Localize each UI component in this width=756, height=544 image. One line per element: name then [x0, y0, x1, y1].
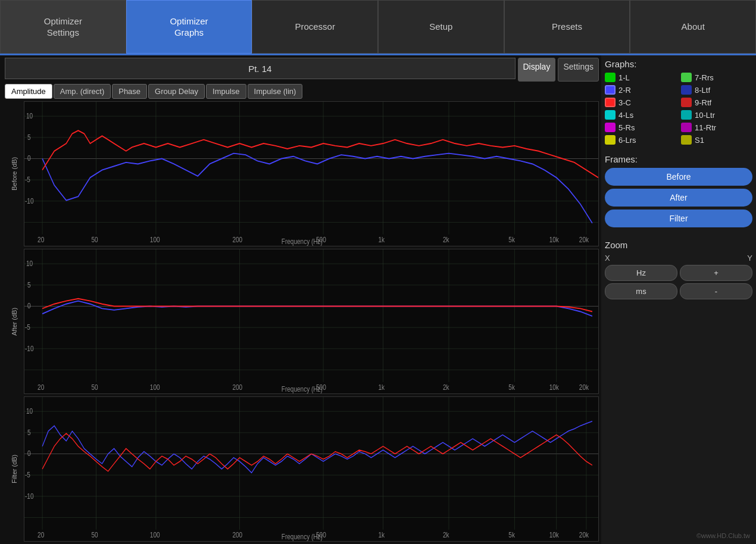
- tab-impulse-lin[interactable]: Impulse (lin): [248, 84, 303, 99]
- svg-text:1k: 1k: [378, 383, 385, 391]
- tab-about[interactable]: About: [630, 0, 756, 54]
- svg-text:10k: 10k: [549, 383, 559, 391]
- svg-text:5: 5: [27, 133, 31, 141]
- svg-text:5k: 5k: [508, 531, 515, 539]
- graph-label-8Ltf: 8-Ltf: [695, 86, 710, 95]
- tab-setup[interactable]: Setup: [378, 0, 504, 54]
- graph-label-2R: 2-R: [618, 86, 631, 95]
- zoom-section: Zoom X Y Hz + ms -: [605, 240, 752, 299]
- zoom-buttons: Hz + ms -: [605, 265, 752, 299]
- svg-text:0: 0: [27, 449, 31, 457]
- svg-text:-5: -5: [25, 471, 30, 479]
- graph-dot-3C: [605, 98, 616, 107]
- graph-dot-2R: [605, 85, 616, 95]
- zoom-ms-button[interactable]: ms: [605, 283, 677, 299]
- svg-text:100: 100: [150, 531, 160, 539]
- graph-item-8Ltf[interactable]: 8-Ltf: [681, 85, 752, 95]
- svg-text:50: 50: [91, 383, 98, 391]
- graph-item-11Rtr[interactable]: 11-Rtr: [681, 123, 752, 132]
- left-panel: Pt. 14 Display Settings Amplitude Amp. (…: [0, 55, 601, 544]
- tab-amp-direct[interactable]: Amp. (direct): [54, 84, 111, 99]
- graph-item-10Ltr[interactable]: 10-Ltr: [681, 110, 752, 120]
- copyright-text: ©www.HD.Club.tw: [696, 532, 750, 539]
- graph-dot-1L: [605, 73, 616, 82]
- zoom-label: Zoom: [605, 240, 752, 250]
- frame-filter-button[interactable]: Filter: [605, 210, 752, 227]
- graph-dot-7Rrs: [681, 73, 692, 82]
- chart-before-area: 10 5 0 -5 -10 20 50 100 200 500 1k 2k 5k: [24, 101, 599, 246]
- svg-text:100: 100: [150, 236, 160, 243]
- right-sidebar: Graphs: 1-L 7-Rrs 2-R 8-Ltf: [601, 55, 756, 544]
- chart-after-area: 10 5 0 -5 -10 20 50 100 200 500 1k 2k 5k…: [24, 249, 599, 394]
- point-header: Pt. 14: [5, 58, 516, 79]
- svg-text:-10: -10: [25, 492, 34, 500]
- frame-after-button[interactable]: After: [605, 189, 752, 207]
- svg-text:0: 0: [27, 302, 31, 309]
- svg-text:-5: -5: [25, 176, 30, 183]
- tab-settings[interactable]: Settings: [558, 58, 599, 82]
- svg-text:200: 200: [232, 236, 242, 243]
- svg-text:5k: 5k: [508, 236, 515, 243]
- graph-item-S1[interactable]: S1: [681, 135, 752, 145]
- graph-item-7Rrs[interactable]: 7-Rrs: [681, 73, 752, 82]
- graph-item-1L[interactable]: 1-L: [605, 73, 676, 82]
- tab-display[interactable]: Display: [518, 58, 556, 82]
- graphs-section-label: Graphs:: [605, 59, 752, 69]
- graph-label-3C: 3-C: [618, 98, 631, 107]
- chart-before: Before (dB): [5, 101, 599, 246]
- tab-optimizer-graphs[interactable]: OptimizerGraphs: [126, 0, 252, 54]
- svg-text:20k: 20k: [579, 236, 589, 243]
- zoom-plus-button[interactable]: +: [680, 265, 752, 281]
- svg-text:5: 5: [27, 281, 31, 289]
- graph-dot-6Lrs: [605, 135, 616, 145]
- graph-dot-4Ls: [605, 110, 616, 120]
- graph-dot-5Rs: [605, 123, 616, 132]
- graph-item-6Lrs[interactable]: 6-Lrs: [605, 135, 676, 145]
- charts-container: Before (dB): [5, 101, 599, 542]
- svg-text:10: 10: [26, 260, 33, 267]
- graph-label-6Lrs: 6-Lrs: [618, 136, 636, 145]
- frame-before-button[interactable]: Before: [605, 168, 752, 186]
- frames-section: Frames: Before After Filter: [605, 154, 752, 230]
- tab-phase[interactable]: Phase: [112, 84, 147, 99]
- svg-text:10: 10: [26, 112, 33, 120]
- tab-presets[interactable]: Presets: [504, 0, 630, 54]
- svg-text:10: 10: [26, 407, 33, 415]
- graph-item-9Rtf[interactable]: 9-Rtf: [681, 98, 752, 107]
- graph-dot-S1: [681, 135, 692, 145]
- graph-label-1L: 1-L: [618, 73, 630, 82]
- svg-text:-10: -10: [25, 345, 34, 352]
- zoom-y-label: Y: [747, 254, 752, 262]
- chart-filter-ylabel: Filter (dB): [5, 396, 24, 542]
- graph-dot-11Rtr: [681, 123, 692, 132]
- svg-text:Frequency (Hz): Frequency (Hz): [282, 385, 323, 393]
- svg-text:5: 5: [27, 429, 31, 436]
- tab-processor[interactable]: Processor: [252, 0, 378, 54]
- svg-text:0: 0: [27, 154, 31, 162]
- tab-group-delay[interactable]: Group Delay: [148, 84, 205, 99]
- graph-label-10Ltr: 10-Ltr: [695, 111, 715, 120]
- svg-text:1k: 1k: [378, 531, 385, 539]
- svg-text:100: 100: [150, 383, 160, 391]
- svg-text:Frequency (Hz): Frequency (Hz): [282, 533, 323, 540]
- svg-text:20: 20: [38, 236, 44, 243]
- frames-section-label: Frames:: [605, 154, 752, 164]
- graph-item-5Rs[interactable]: 5-Rs: [605, 123, 676, 132]
- graph-type-tabs: Amplitude Amp. (direct) Phase Group Dela…: [5, 84, 599, 99]
- graph-item-3C[interactable]: 3-C: [605, 98, 676, 107]
- zoom-minus-button[interactable]: -: [680, 283, 752, 299]
- svg-text:50: 50: [91, 531, 98, 539]
- tab-amplitude[interactable]: Amplitude: [5, 84, 52, 99]
- tab-optimizer-settings[interactable]: OptimizerSettings: [0, 0, 126, 54]
- tab-impulse[interactable]: Impulse: [206, 84, 246, 99]
- graph-item-4Ls[interactable]: 4-Ls: [605, 110, 676, 120]
- svg-text:1k: 1k: [378, 236, 385, 243]
- svg-text:20k: 20k: [579, 531, 589, 539]
- graph-item-2R[interactable]: 2-R: [605, 85, 676, 95]
- chart-after-ylabel: After (dB): [5, 249, 24, 394]
- zoom-hz-button[interactable]: Hz: [605, 265, 677, 281]
- svg-text:2k: 2k: [443, 531, 449, 539]
- graphs-section: Graphs: 1-L 7-Rrs 2-R 8-Ltf: [605, 59, 752, 149]
- top-navigation: OptimizerSettings OptimizerGraphs Proces…: [0, 0, 756, 54]
- chart-filter-area: 10 5 0 -5 -10 20 50 100 200 500 1k 2k 5k…: [24, 396, 599, 542]
